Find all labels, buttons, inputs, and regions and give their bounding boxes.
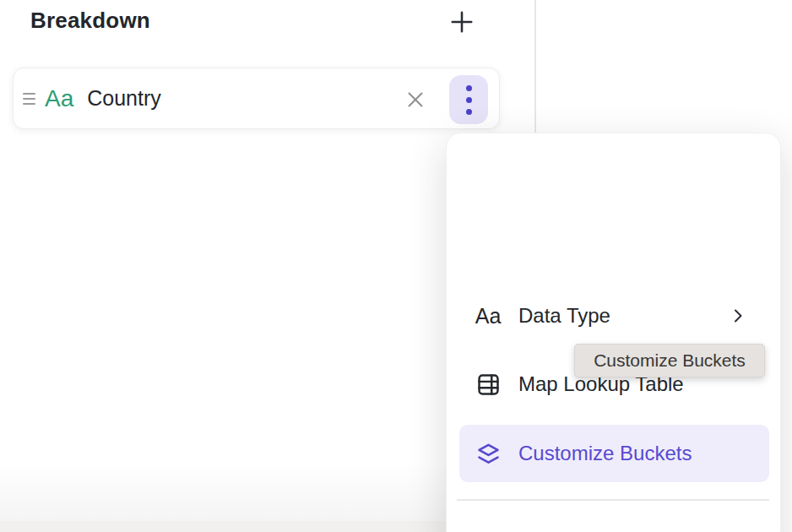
chevron-right-icon [728, 306, 748, 326]
menu-item-customize-buckets[interactable]: Customize Buckets [459, 425, 769, 482]
breakdown-header: Breakdown [0, 0, 535, 51]
field-options-menu: Aa Data Type Map Lookup Table Customize … [446, 133, 781, 532]
menu-item-label: Customize Buckets [518, 442, 692, 465]
plus-icon [447, 7, 477, 37]
text-type-icon: Aa [45, 85, 73, 112]
data-type-text-icon: Aa [474, 304, 502, 328]
breakdown-field-card: Aa Country [13, 68, 500, 129]
menu-item-data-type[interactable]: Aa Data Type [447, 294, 780, 338]
table-icon [474, 372, 502, 398]
drag-handle-icon[interactable] [23, 93, 35, 105]
remove-field-button[interactable] [398, 82, 433, 117]
add-breakdown-button[interactable] [445, 5, 479, 39]
page-title: Breakdown [30, 8, 150, 34]
stack-icon [474, 440, 502, 468]
field-name-label: Country [87, 86, 161, 111]
close-icon [403, 87, 428, 112]
customize-buckets-tooltip: Customize Buckets [574, 344, 765, 377]
menu-item-label: Data Type [518, 304, 610, 328]
menu-divider [457, 499, 769, 501]
field-options-kebab-button[interactable] [449, 75, 488, 124]
